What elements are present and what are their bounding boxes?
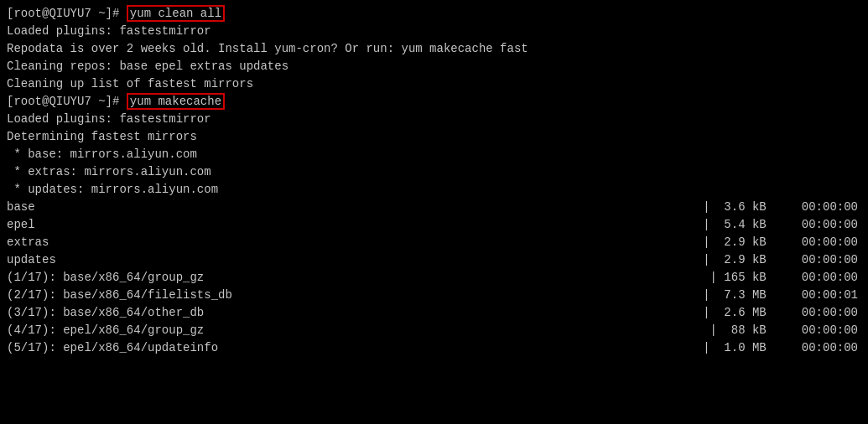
prompt-text: [root@QIUYU7 ~]# [7,95,127,108]
split-right: | 5.4 kB 00:00:00 [703,216,858,234]
split-left: extras [7,234,49,251]
split-right: | 7.3 MB 00:00:01 [703,287,858,304]
terminal-line: (4/17): epel/x86_64/group_gz| 88 kB 00:0… [7,322,861,339]
terminal-line: (5/17): epel/x86_64/updateinfo| 1.0 MB 0… [7,339,861,357]
terminal-line: (1/17): base/x86_64/group_gz| 165 kB 00:… [7,269,861,287]
split-left: (4/17): epel/x86_64/group_gz [7,322,204,339]
terminal-line: * extras: mirrors.aliyun.com [7,163,861,181]
split-right: | 165 kB 00:00:00 [710,269,858,287]
split-left: (5/17): epel/x86_64/updateinfo [7,339,218,357]
terminal-line: Determining fastest mirrors [7,128,861,146]
terminal-line: (3/17): base/x86_64/other_db| 2.6 MB 00:… [7,304,861,322]
terminal-line: * updates: mirrors.aliyun.com [7,181,861,199]
split-right: | 2.9 kB 00:00:00 [703,251,858,269]
split-right: | 2.6 MB 00:00:00 [703,304,858,322]
split-left: (1/17): base/x86_64/group_gz [7,269,204,287]
split-left: base [7,199,35,216]
terminal-line: * base: mirrors.aliyun.com [7,146,861,163]
split-right: | 88 kB 00:00:00 [710,322,858,339]
highlighted-command: yum makecache [127,93,225,110]
split-left: (2/17): base/x86_64/filelists_db [7,287,232,304]
terminal-line: Loaded plugins: fastestmirror [7,111,861,128]
terminal-line: base| 3.6 kB 00:00:00 [7,199,861,216]
terminal-line: [root@QIUYU7 ~]# yum clean all [7,5,861,23]
terminal-line: Cleaning repos: base epel extras updates [7,58,861,75]
terminal-line: Repodata is over 2 weeks old. Install yu… [7,40,861,58]
terminal-line: Loaded plugins: fastestmirror [7,23,861,40]
highlighted-command: yum clean all [127,5,225,22]
split-right: | 3.6 kB 00:00:00 [703,199,858,216]
split-left: (3/17): base/x86_64/other_db [7,304,204,322]
terminal-line: epel| 5.4 kB 00:00:00 [7,216,861,234]
split-left: epel [7,216,35,234]
prompt-text: [root@QIUYU7 ~]# [7,7,127,20]
split-right: | 1.0 MB 00:00:00 [703,339,858,357]
terminal-line: extras| 2.9 kB 00:00:00 [7,234,861,251]
terminal-line: [root@QIUYU7 ~]# yum makecache [7,93,861,111]
terminal-line: Cleaning up list of fastest mirrors [7,75,861,93]
terminal-line: (2/17): base/x86_64/filelists_db| 7.3 MB… [7,287,861,304]
terminal-line: updates| 2.9 kB 00:00:00 [7,251,861,269]
terminal-window: [root@QIUYU7 ~]# yum clean allLoaded plu… [7,5,861,419]
split-right: | 2.9 kB 00:00:00 [703,234,858,251]
split-left: updates [7,251,56,269]
